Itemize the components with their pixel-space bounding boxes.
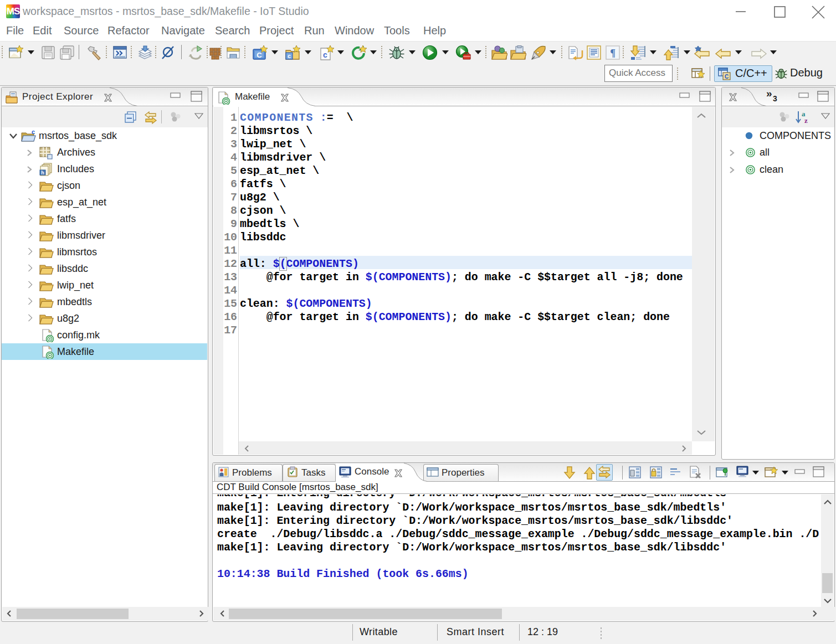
svg-text:c: c [288,53,291,59]
svg-text:c: c [32,129,35,135]
svg-text:c: c [323,50,327,59]
svg-text:h: h [41,170,44,176]
svg-text:C: C [725,74,729,80]
svg-text:¶: ¶ [610,48,616,59]
svg-text:z: z [804,116,808,125]
